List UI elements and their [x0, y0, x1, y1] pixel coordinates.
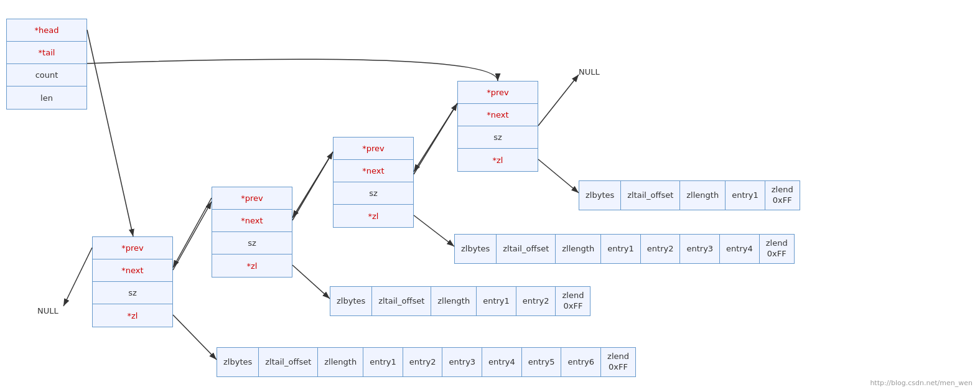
svg-line-8 [414, 103, 457, 172]
zl2-entry2: entry2 [516, 287, 556, 315]
svg-line-2 [63, 248, 92, 306]
zl3-entry3: entry3 [680, 235, 720, 263]
svg-line-6 [292, 152, 333, 218]
svg-line-13 [538, 159, 579, 193]
node1: *prev *next sz *zl [92, 236, 173, 327]
zl3-zltail: zltail_offset [497, 235, 556, 263]
node1-prev: *prev [93, 237, 172, 259]
zl2-zlbytes: zlbytes [330, 287, 372, 315]
svg-line-10 [173, 315, 217, 360]
node3-zl: *zl [334, 205, 413, 227]
zl3-entry4: entry4 [720, 235, 760, 263]
zl1-zltail: zltail_offset [259, 348, 318, 376]
zl1-zlbytes: zlbytes [217, 348, 259, 376]
node1-zl: *zl [93, 304, 172, 327]
main-head-cell: *head [7, 19, 86, 42]
zl4-zllength: zllength [680, 181, 726, 210]
node4-zl: *zl [458, 149, 538, 171]
svg-line-1 [87, 30, 133, 236]
node2: *prev *next sz *zl [212, 187, 292, 278]
node2-prev: *prev [212, 187, 292, 210]
zl2-zltail: zltail_offset [372, 287, 431, 315]
zl4-zlend: zlend 0xFF [765, 181, 800, 210]
node1-next: *next [93, 259, 172, 282]
node2-sz: sz [212, 232, 292, 254]
zl1-entry2: entry2 [403, 348, 443, 376]
zl1-entry1: entry1 [363, 348, 403, 376]
node3: *prev *next sz *zl [333, 137, 414, 228]
arrows-overlay [0, 0, 980, 392]
zl4: zlbytes zltail_offset zllength entry1 zl… [579, 180, 800, 210]
main-count-cell: count [7, 64, 86, 86]
node2-next: *next [212, 210, 292, 232]
zl3-zlbytes: zlbytes [455, 235, 497, 263]
main-node: *head *tail count len [6, 19, 87, 110]
zl1-entry4: entry4 [482, 348, 522, 376]
svg-line-11 [292, 265, 330, 299]
node4-sz: sz [458, 126, 538, 149]
watermark: http://blog.csdn.net/men_wen [870, 379, 973, 387]
zl3-zlend: zlend 0xFF [760, 235, 794, 263]
node1-sz: sz [93, 282, 172, 304]
svg-line-5 [292, 152, 333, 220]
svg-line-12 [414, 215, 454, 246]
svg-line-7 [414, 103, 457, 174]
node4-next: *next [458, 104, 538, 126]
null-label-1: NULL [37, 306, 58, 315]
zl1-entry6: entry6 [561, 348, 601, 376]
zl3: zlbytes zltail_offset zllength entry1 en… [454, 234, 795, 264]
zl3-entry1: entry1 [601, 235, 641, 263]
zl3-entry2: entry2 [641, 235, 681, 263]
main-tail-cell: *tail [7, 42, 86, 64]
svg-line-4 [173, 198, 212, 268]
zl1-entry3: entry3 [442, 348, 482, 376]
node4: *prev *next sz *zl [457, 81, 538, 172]
zl1-zlend: zlend 0xFF [601, 348, 635, 376]
node3-next: *next [334, 160, 413, 182]
zl1-zllength: zllength [318, 348, 363, 376]
zl1: zlbytes zltail_offset zllength entry1 en… [217, 347, 636, 377]
svg-line-9 [538, 75, 579, 126]
zl4-zltail: zltail_offset [621, 181, 680, 210]
svg-line-3 [173, 202, 212, 270]
null-label-2: NULL [579, 67, 600, 77]
node2-zl: *zl [212, 254, 292, 277]
zl2-zllength: zllength [431, 287, 477, 315]
node3-sz: sz [334, 182, 413, 205]
diagram-container: *head *tail count len *prev *next sz *zl… [0, 0, 980, 392]
node4-prev: *prev [458, 82, 538, 104]
zl1-entry5: entry5 [522, 348, 562, 376]
node3-prev: *prev [334, 138, 413, 160]
zl3-zllength: zllength [556, 235, 601, 263]
main-len-cell: len [7, 86, 86, 109]
zl4-zlbytes: zlbytes [579, 181, 621, 210]
zl2-entry1: entry1 [477, 287, 516, 315]
zl2: zlbytes zltail_offset zllength entry1 en… [330, 286, 590, 316]
zl2-zlend: zlend 0xFF [556, 287, 590, 315]
zl4-entry1: entry1 [726, 181, 765, 210]
